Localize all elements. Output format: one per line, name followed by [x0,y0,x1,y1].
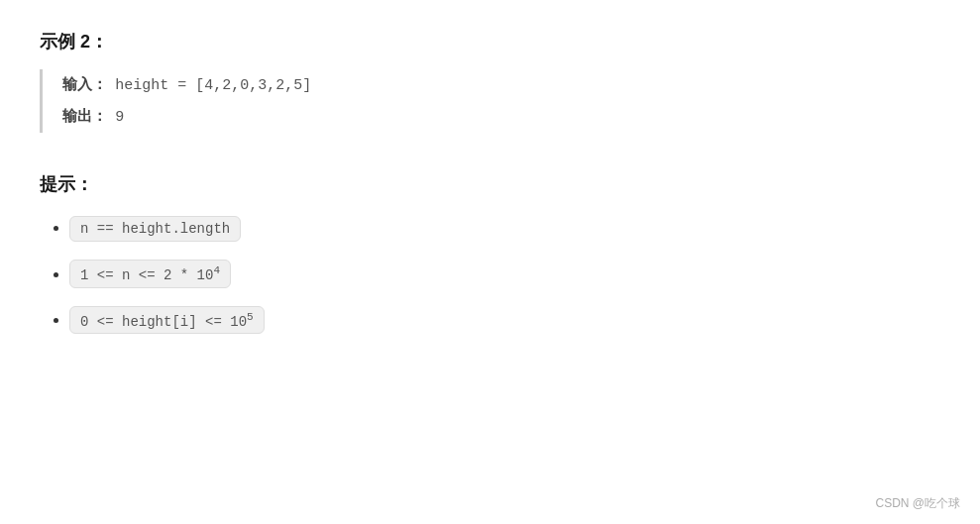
example-title: 示例 2： [40,30,940,53]
hint-badge-2: 1 <= n <= 2 * 104 [69,260,231,288]
output-label: 输出： [62,107,107,124]
superscript-4: 4 [213,264,220,276]
hints-title: 提示： [40,172,940,196]
hint-badge-1: n == height.length [69,216,241,242]
input-value: height = [4,2,0,3,2,5] [115,77,311,94]
list-item: 0 <= height[i] <= 105 [69,306,940,335]
list-item: 1 <= n <= 2 * 104 [69,260,940,288]
hints-section: 提示： n == height.length 1 <= n <= 2 * 104… [40,172,940,334]
example-input-line: 输入： height = [4,2,0,3,2,5] [62,69,940,101]
list-item: n == height.length [69,216,940,242]
example-output-line: 输出： 9 [62,101,940,133]
output-value: 9 [115,109,124,126]
example-section: 示例 2： 输入： height = [4,2,0,3,2,5] 输出： 9 [40,30,940,133]
watermark: CSDN @吃个球 [875,495,960,512]
hint-list: n == height.length 1 <= n <= 2 * 104 0 <… [40,216,940,334]
example-block: 输入： height = [4,2,0,3,2,5] 输出： 9 [40,69,940,133]
input-label: 输入： [62,75,107,92]
hint-badge-3: 0 <= height[i] <= 105 [69,306,265,335]
superscript-5: 5 [247,311,254,323]
